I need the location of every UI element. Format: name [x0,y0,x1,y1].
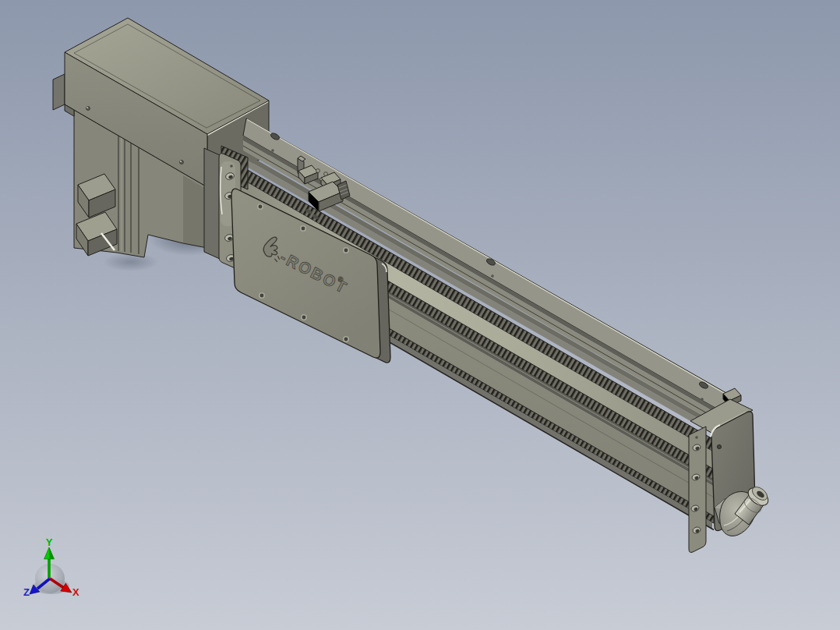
x-axis-label: X [72,586,79,598]
bracket-channel [204,148,220,259]
y-axis-label: Y [46,536,53,548]
motor-box-left-sliver [53,74,65,110]
endcap-screw [717,444,721,448]
cad-stage: -ROBOT ® [0,0,840,630]
cad-3d-viewport[interactable]: -ROBOT ® [0,0,840,630]
z-axis-label: Z [23,586,30,598]
